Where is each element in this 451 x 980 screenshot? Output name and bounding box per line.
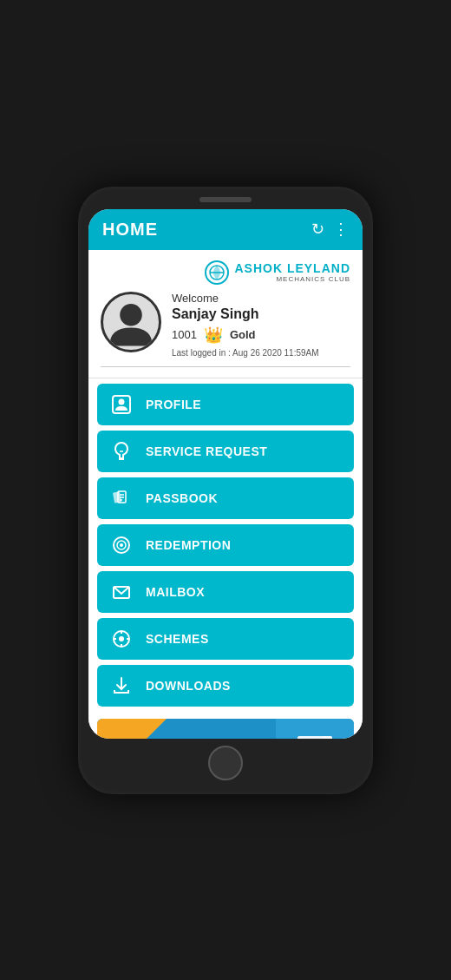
user-name: Sanjay Singh [172,306,350,322]
svg-point-15 [120,543,123,547]
welcome-text: Welcome [172,292,350,305]
menu-item-redemption[interactable]: REDEMPTION [97,524,354,566]
brand-subtitle: MECHANICS CLUB [234,275,350,283]
profile-info: Welcome Sanjay Singh 1001 👑 Gold Last lo… [101,292,350,358]
passbook-icon [109,486,134,510]
main-content: ASHOK LEYLAND MECHANICS CLUB Welcome San… [88,250,363,739]
avatar-silhouette [103,292,159,352]
schemes-icon [109,627,134,651]
svg-rect-27 [322,736,332,739]
banner-triangle [97,719,167,739]
svg-point-3 [120,303,142,326]
home-button[interactable] [208,746,243,780]
downloads-icon [109,674,134,698]
svg-point-5 [119,398,125,404]
banner-right-graphic [276,719,354,739]
phone-frame: HOME ↻ ⋮ ASHOK LEYLAND [78,187,373,794]
tier-row: 1001 👑 Gold [172,326,350,345]
menu-redemption-label: REDEMPTION [146,538,231,552]
profile-details: Welcome Sanjay Singh 1001 👑 Gold Last lo… [172,292,350,358]
tier-label: Gold [230,328,256,341]
menu-profile-label: PROFILE [146,398,201,411]
divider [101,366,350,367]
phone-speaker [199,197,252,202]
menu-schemes-label: SCHEMES [146,632,209,646]
menu-passbook-label: PASSBOOK [146,491,218,505]
user-id: 1001 [172,328,197,341]
app-header: HOME ↻ ⋮ [88,209,363,250]
menu-item-passbook[interactable]: PASSBOOK [97,477,354,519]
promotional-banner[interactable]: NOW KNOW THE MRP OF THE PARTS HAVING LOY… [97,719,354,739]
avatar [101,292,161,352]
svg-point-18 [119,636,124,641]
brand-logo: ASHOK LEYLAND MECHANICS CLUB [101,260,350,285]
menu-item-downloads[interactable]: DOWNLOADS [97,665,354,707]
more-options-icon[interactable]: ⋮ [333,220,349,239]
crown-icon: 👑 [204,326,223,345]
redemption-icon [109,533,134,557]
menu-mailbox-label: MAILBOX [146,585,205,599]
menu-list: PROFILE SERVICE REQUEST [88,378,363,712]
header-actions: ↻ ⋮ [311,220,349,239]
menu-service-request-label: SERVICE REQUEST [146,444,267,458]
brand-name: ASHOK LEYLAND [234,261,350,275]
profile-section: ASHOK LEYLAND MECHANICS CLUB Welcome San… [88,250,363,378]
mailbox-icon [109,580,134,604]
phone-screen: HOME ↻ ⋮ ASHOK LEYLAND [88,209,363,739]
menu-item-service-request[interactable]: SERVICE REQUEST [97,431,354,472]
last-login: Last logged in : Aug 26 2020 11:59AM [172,348,350,358]
service-request-icon [109,439,134,464]
refresh-icon[interactable]: ↻ [311,220,324,239]
banner-graphic-icon [289,727,341,739]
menu-item-profile[interactable]: PROFILE [97,384,354,425]
brand-text: ASHOK LEYLAND MECHANICS CLUB [234,261,350,283]
menu-downloads-label: DOWNLOADS [146,679,231,693]
profile-icon [109,392,134,417]
menu-item-schemes[interactable]: SCHEMES [97,618,354,660]
menu-item-mailbox[interactable]: MAILBOX [97,571,354,613]
page-title: HOME [102,220,158,240]
brand-logo-icon [205,260,229,285]
